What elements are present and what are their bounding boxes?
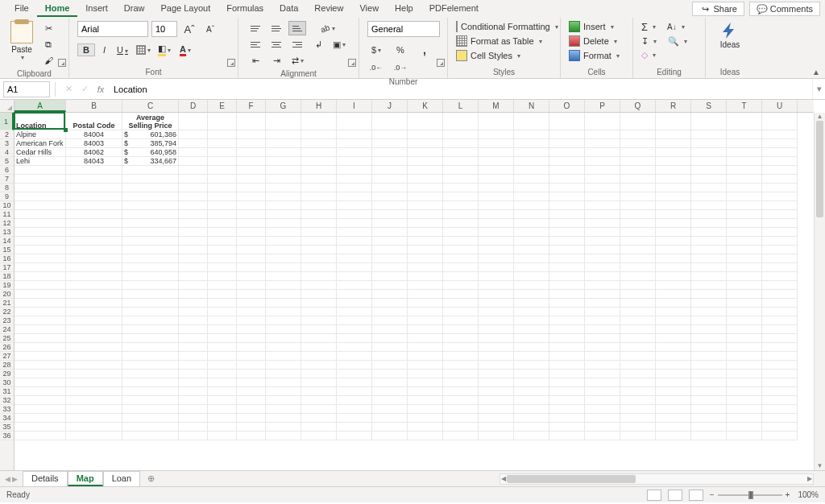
cell-D17[interactable]: [179, 263, 208, 272]
cell-A28[interactable]: [15, 361, 66, 370]
cell-K26[interactable]: [408, 343, 443, 352]
cell-H9[interactable]: [301, 192, 337, 201]
bold-button[interactable]: B: [77, 43, 95, 56]
align-top-button[interactable]: [247, 21, 264, 35]
cell-I28[interactable]: [337, 361, 372, 370]
cell-B36[interactable]: [66, 432, 122, 440]
cell-D9[interactable]: [179, 192, 208, 201]
cell-R36[interactable]: [656, 432, 691, 440]
cell-J14[interactable]: [372, 237, 408, 246]
cell-S26[interactable]: [691, 343, 727, 352]
cell-J8[interactable]: [372, 184, 408, 192]
cell-J17[interactable]: [372, 263, 408, 272]
cell-G23[interactable]: [266, 316, 301, 325]
cell-S1[interactable]: [691, 113, 727, 130]
cell-N13[interactable]: [514, 228, 549, 237]
cell-D28[interactable]: [179, 361, 208, 370]
cell-E9[interactable]: [208, 192, 237, 201]
cell-N6[interactable]: [514, 166, 549, 175]
cell-S35[interactable]: [691, 423, 727, 432]
cell-I12[interactable]: [337, 219, 372, 228]
cell-T1[interactable]: [727, 113, 762, 130]
cell-O29[interactable]: [549, 370, 585, 378]
cell-F20[interactable]: [237, 290, 266, 299]
cell-A31[interactable]: [15, 387, 66, 396]
cell-R25[interactable]: [656, 334, 691, 343]
row-header-36[interactable]: 36: [0, 432, 14, 440]
cell-D26[interactable]: [179, 343, 208, 352]
cell-D13[interactable]: [179, 228, 208, 237]
cell-O27[interactable]: [549, 352, 585, 361]
cell-Q6[interactable]: [620, 166, 656, 175]
cell-Q16[interactable]: [620, 254, 656, 263]
cell-B8[interactable]: [66, 184, 122, 192]
cell-A16[interactable]: [15, 254, 66, 263]
cell-S23[interactable]: [691, 316, 727, 325]
cell-M24[interactable]: [479, 325, 514, 334]
cell-Q5[interactable]: [620, 157, 656, 166]
cell-I3[interactable]: [337, 139, 372, 148]
cell-U36[interactable]: [762, 432, 798, 440]
cell-H8[interactable]: [301, 184, 337, 192]
cell-L15[interactable]: [443, 246, 479, 254]
cell-K25[interactable]: [408, 334, 443, 343]
cell-B15[interactable]: [66, 246, 122, 254]
cell-Q26[interactable]: [620, 343, 656, 352]
page-break-view-button[interactable]: [689, 490, 703, 501]
cell-D18[interactable]: [179, 272, 208, 281]
cells-area[interactable]: LocationPostal CodeAverageSelling PriceA…: [15, 113, 814, 470]
delete-cells-button[interactable]: Delete▾: [569, 35, 624, 47]
clipboard-launcher[interactable]: [58, 59, 66, 67]
cell-T26[interactable]: [727, 343, 762, 352]
cell-M27[interactable]: [479, 352, 514, 361]
cell-O3[interactable]: [549, 139, 585, 148]
column-header-S[interactable]: S: [691, 100, 727, 112]
row-header-28[interactable]: 28: [0, 361, 14, 370]
cell-A19[interactable]: [15, 281, 66, 290]
cell-L32[interactable]: [443, 396, 479, 405]
cell-I32[interactable]: [337, 396, 372, 405]
cell-T16[interactable]: [727, 254, 762, 263]
cell-C19[interactable]: [122, 281, 179, 290]
cell-E11[interactable]: [208, 210, 237, 219]
cell-G14[interactable]: [266, 237, 301, 246]
cell-J7[interactable]: [372, 175, 408, 184]
cell-S8[interactable]: [691, 184, 727, 192]
cell-L5[interactable]: [443, 157, 479, 166]
cell-D19[interactable]: [179, 281, 208, 290]
cell-G29[interactable]: [266, 370, 301, 378]
cell-O28[interactable]: [549, 361, 585, 370]
cell-H3[interactable]: [301, 139, 337, 148]
cell-U29[interactable]: [762, 370, 798, 378]
cell-A8[interactable]: [15, 184, 66, 192]
cell-M14[interactable]: [479, 237, 514, 246]
cell-F18[interactable]: [237, 272, 266, 281]
merge-button[interactable]: ▣▾: [330, 37, 348, 52]
cell-F34[interactable]: [237, 414, 266, 423]
cell-S5[interactable]: [691, 157, 727, 166]
cell-H27[interactable]: [301, 352, 337, 361]
cell-O25[interactable]: [549, 334, 585, 343]
cell-S34[interactable]: [691, 414, 727, 423]
cell-T29[interactable]: [727, 370, 762, 378]
cell-U32[interactable]: [762, 396, 798, 405]
cell-O16[interactable]: [549, 254, 585, 263]
cell-H20[interactable]: [301, 290, 337, 299]
cell-I33[interactable]: [337, 405, 372, 414]
cell-C17[interactable]: [122, 263, 179, 272]
cell-L30[interactable]: [443, 378, 479, 387]
cell-O5[interactable]: [549, 157, 585, 166]
align-middle-button[interactable]: [267, 21, 285, 35]
cell-T8[interactable]: [727, 184, 762, 192]
cell-P1[interactable]: [585, 113, 620, 130]
cell-U25[interactable]: [762, 334, 798, 343]
collapse-ribbon-button[interactable]: ▲: [812, 68, 820, 76]
cell-O14[interactable]: [549, 237, 585, 246]
cell-R22[interactable]: [656, 308, 691, 316]
cell-P35[interactable]: [585, 423, 620, 432]
cell-N27[interactable]: [514, 352, 549, 361]
cell-N4[interactable]: [514, 148, 549, 157]
cell-Q8[interactable]: [620, 184, 656, 192]
cell-Q32[interactable]: [620, 396, 656, 405]
cell-H4[interactable]: [301, 148, 337, 157]
